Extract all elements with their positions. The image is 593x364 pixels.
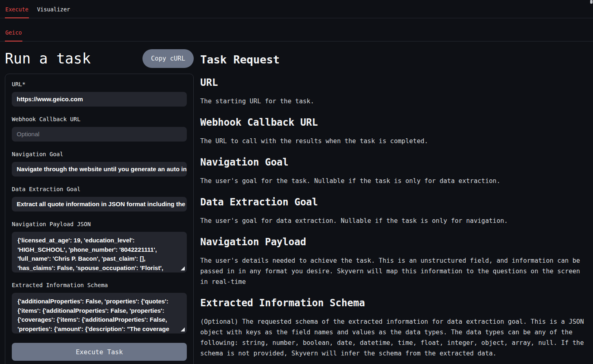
doc-section-webhook: Webhook Callback URL The URL to call wit… (200, 116, 585, 146)
data-extraction-goal-label: Data Extraction Goal (12, 186, 187, 192)
docs-title: Task Request (200, 53, 585, 67)
extracted-schema-textarea[interactable]: {'additionalProperties': False, 'propert… (12, 293, 187, 333)
navigation-payload-text: {'licensed_at_age': 19, 'education_level… (18, 237, 163, 272)
doc-heading-webhook: Webhook Callback URL (200, 116, 585, 129)
main-content: Run a task Copy cURL URL* https://www.ge… (0, 41, 593, 364)
doc-heading-navigation-goal: Navigation Goal (200, 156, 585, 168)
doc-body-data-extraction-goal: The user's goal for data extraction. Nul… (200, 216, 585, 226)
doc-heading-url: URL (200, 76, 585, 89)
navigation-goal-label: Navigation Goal (12, 151, 187, 157)
tab-geico[interactable]: Geico (5, 29, 22, 41)
url-label: URL* (12, 81, 187, 87)
task-form-card: URL* https://www.geico.com Webhook Callb… (5, 74, 194, 364)
navigation-goal-input[interactable]: Navigate through the website until you g… (12, 162, 187, 177)
docs-panel: Task Request URL The starting URL for th… (200, 41, 585, 364)
doc-section-navigation-goal: Navigation Goal The user's goal for the … (200, 156, 585, 186)
doc-section-url: URL The starting URL for the task. (200, 76, 585, 107)
doc-body-navigation-goal: The user's goal for the task. Nullable i… (200, 176, 585, 186)
extracted-schema-text: {'additionalProperties': False, 'propert… (18, 298, 169, 332)
doc-section-extracted-schema: Extracted Information Schema (Optional) … (200, 297, 585, 359)
doc-body-extracted-schema: (Optional) The requested schema of the e… (200, 316, 585, 359)
execute-task-button[interactable]: Execute Task (12, 343, 187, 361)
doc-heading-navigation-payload: Navigation Payload (200, 236, 585, 248)
doc-body-webhook: The URL to call with the results when th… (200, 136, 585, 146)
webhook-callback-url-label: Webhook Callback URL (12, 116, 187, 122)
doc-heading-extracted-schema: Extracted Information Schema (200, 297, 585, 309)
url-input[interactable]: https://www.geico.com (12, 92, 187, 107)
sub-navigation: Geico (0, 18, 593, 41)
doc-heading-data-extraction-goal: Data Extraction Goal (200, 196, 585, 208)
doc-section-navigation-payload: Navigation Payload The user's details ne… (200, 236, 585, 287)
task-form-header: Run a task Copy cURL (5, 48, 194, 68)
doc-body-url: The starting URL for the task. (200, 96, 585, 107)
scrollbar-thumb[interactable] (590, 0, 593, 4)
resize-handle-icon[interactable] (181, 327, 185, 331)
resize-handle-icon[interactable] (181, 266, 185, 270)
data-extraction-goal-input[interactable]: Extract all quote information in JSON fo… (12, 197, 187, 211)
top-navigation: Execute Visualizer (0, 0, 593, 18)
navigation-payload-textarea[interactable]: {'licensed_at_age': 19, 'education_level… (12, 232, 187, 272)
tab-execute[interactable]: Execute (5, 6, 29, 18)
extracted-schema-label: Extracted Information Schema (12, 282, 187, 288)
tab-visualizer[interactable]: Visualizer (37, 6, 70, 18)
task-form-column: Run a task Copy cURL URL* https://www.ge… (5, 41, 194, 364)
webhook-callback-url-input[interactable]: Optional (12, 127, 187, 142)
doc-body-navigation-payload: The user's details needed to achieve the… (200, 255, 585, 287)
page-title: Run a task (5, 50, 91, 67)
navigation-payload-label: Navigation Payload JSON (12, 221, 187, 227)
doc-section-data-extraction-goal: Data Extraction Goal The user's goal for… (200, 196, 585, 226)
copy-curl-button[interactable]: Copy cURL (142, 49, 194, 68)
